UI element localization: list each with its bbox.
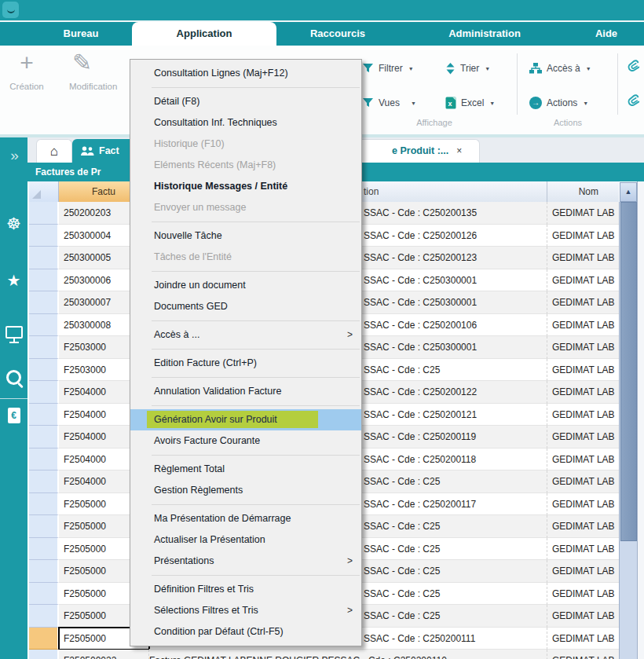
nom-cell[interactable]: GEDIMAT LAB: [547, 404, 619, 427]
row-selector-cell[interactable]: [29, 247, 59, 269]
menu-item[interactable]: Sélections Filtres et Tris>: [130, 600, 361, 621]
search-icon[interactable]: [0, 370, 27, 385]
vues-button[interactable]: Vues▼: [363, 94, 416, 112]
menu-item[interactable]: Règlement Total: [130, 459, 361, 480]
ribbon-tab-administration[interactable]: Administration: [448, 22, 521, 46]
modification-button[interactable]: ✎ Modification: [63, 50, 130, 91]
menu-item: Tâches de l'Entité: [130, 247, 361, 268]
row-selector-cell[interactable]: [29, 515, 59, 538]
creation-button[interactable]: + Création: [5, 50, 49, 91]
scroll-up-button[interactable]: ▲: [620, 182, 637, 202]
menu-item[interactable]: Annulation Validation Facture: [130, 381, 361, 402]
menu-item[interactable]: Condition par Défaut (Ctrl-F5): [130, 621, 361, 643]
menu-item[interactable]: Présentations>: [130, 551, 361, 572]
row-selector-cell[interactable]: [29, 493, 59, 516]
nom-cell[interactable]: GEDIMAT LAB: [547, 605, 619, 628]
nom-cell[interactable]: GEDIMAT LAB: [547, 650, 619, 659]
menu-item[interactable]: Ma Présentation de Démarrage: [130, 508, 361, 529]
nom-cell[interactable]: GEDIMAT LAB: [547, 359, 619, 382]
acces-a-button[interactable]: Accès à▼: [529, 60, 591, 77]
nom-cell[interactable]: GEDIMAT LAB: [547, 269, 619, 292]
nom-cell[interactable]: GEDIMAT LAB: [547, 314, 619, 337]
menu-item[interactable]: Actualiser la Présentation: [130, 529, 361, 551]
nom-cell[interactable]: GEDIMAT LAB: [547, 336, 619, 359]
vertical-scrollbar[interactable]: [619, 202, 637, 659]
expand-sidebar-icon[interactable]: »: [0, 147, 27, 164]
select-all-header[interactable]: [29, 181, 59, 202]
row-selector-cell[interactable]: [29, 560, 59, 583]
paperclip-icon[interactable]: [625, 91, 642, 111]
divider: [0, 398, 27, 399]
row-selector-cell[interactable]: [29, 404, 59, 427]
nom-cell[interactable]: GEDIMAT LAB: [547, 247, 619, 269]
menu-item[interactable]: Consultation Inf. Techniques: [130, 112, 361, 134]
menu-item[interactable]: Joindre un document: [130, 275, 361, 296]
menu-item[interactable]: Gestion Règlements: [130, 480, 361, 501]
actions-button[interactable]: → Actions▼: [529, 94, 588, 112]
menu-item[interactable]: Détail (F8): [130, 91, 361, 112]
nom-cell[interactable]: GEDIMAT LAB: [547, 538, 619, 561]
nom-cell[interactable]: GEDIMAT LAB: [547, 202, 619, 225]
settings-wheel-icon[interactable]: ☸: [0, 214, 27, 233]
row-selector-cell[interactable]: [29, 291, 59, 314]
filtrer-button[interactable]: Filtrer▼: [363, 60, 414, 77]
menu-item[interactable]: Consultation Lignes (Maj+F12): [130, 63, 361, 84]
menu-item[interactable]: Accès à ...>: [130, 324, 361, 346]
menu-item[interactable]: Edition Facture (Ctrl+P): [130, 353, 361, 374]
ribbon-tab-raccourcis[interactable]: Raccourcis: [310, 22, 365, 46]
nom-cell[interactable]: GEDIMAT LAB: [547, 583, 619, 606]
plus-icon: +: [5, 50, 49, 77]
paperclip-icon[interactable]: [625, 57, 642, 76]
home-tab[interactable]: ⌂: [36, 139, 72, 163]
designation-cell[interactable]: Facture GEDIMAT LABENNE ROUGIER PESSAC -…: [149, 650, 547, 659]
row-selector-cell[interactable]: [29, 650, 59, 659]
ribbon-tab-bureau[interactable]: Bureau: [64, 22, 99, 46]
row-selector-cell[interactable]: [29, 605, 59, 628]
facture-cell[interactable]: F250500022: [59, 650, 149, 659]
row-selector-cell[interactable]: [29, 225, 59, 247]
star-icon[interactable]: ★: [0, 271, 27, 290]
ribbon-tab-application[interactable]: Application: [132, 22, 276, 46]
menu-item[interactable]: Nouvelle Tâche: [130, 225, 361, 247]
nom-cell[interactable]: GEDIMAT LAB: [547, 560, 619, 583]
row-selector-cell[interactable]: [29, 448, 59, 471]
excel-button[interactable]: x Excel▼: [445, 94, 495, 112]
menu-item[interactable]: Historique Messages / Entité: [130, 176, 361, 197]
menu-item[interactable]: Génération Avoir sur Produit: [130, 409, 361, 430]
row-selector-cell[interactable]: [29, 314, 59, 337]
nom-cell[interactable]: GEDIMAT LAB: [547, 628, 619, 650]
row-selector-cell[interactable]: [29, 359, 59, 382]
row-selector-cell[interactable]: [29, 202, 59, 225]
chevron-down-icon: ▼: [411, 101, 416, 106]
table-row[interactable]: F250500022Facture GEDIMAT LABENNE ROUGIE…: [29, 650, 619, 659]
row-selector-cell[interactable]: [29, 628, 59, 650]
nom-cell[interactable]: GEDIMAT LAB: [547, 448, 619, 471]
row-selector-cell[interactable]: [29, 470, 59, 493]
nom-cell[interactable]: GEDIMAT LAB: [547, 515, 619, 538]
row-selector-cell[interactable]: [29, 583, 59, 606]
nom-cell[interactable]: GEDIMAT LAB: [547, 493, 619, 516]
row-selector-cell[interactable]: [29, 336, 59, 359]
svg-text:x: x: [448, 100, 452, 108]
nom-cell[interactable]: GEDIMAT LAB: [547, 291, 619, 314]
row-selector-cell[interactable]: [29, 538, 59, 561]
close-tab-icon[interactable]: ×: [456, 145, 462, 156]
nom-cell[interactable]: GEDIMAT LAB: [547, 470, 619, 493]
trier-button[interactable]: Trier▼: [445, 60, 490, 77]
row-selector-cell[interactable]: [29, 269, 59, 292]
nom-cell[interactable]: GEDIMAT LAB: [547, 225, 619, 247]
scrollbar-thumb[interactable]: [620, 202, 637, 541]
window-menu-icon[interactable]: [2, 2, 19, 18]
menu-item[interactable]: Avoirs Facture Courante: [130, 430, 361, 452]
invoice-euro-icon[interactable]: €: [0, 408, 27, 423]
column-header-nom[interactable]: Nom: [547, 181, 619, 202]
nom-cell[interactable]: GEDIMAT LAB: [547, 381, 619, 404]
row-selector-cell[interactable]: [29, 426, 59, 448]
monitor-icon[interactable]: [0, 326, 27, 343]
row-selector-cell[interactable]: [29, 381, 59, 404]
org-chart-icon: [529, 63, 542, 74]
ribbon-tab-aide[interactable]: Aide: [595, 22, 617, 46]
menu-item[interactable]: Définition Filtres et Tris: [130, 579, 361, 600]
nom-cell[interactable]: GEDIMAT LAB: [547, 426, 619, 448]
menu-item[interactable]: Documents GED: [130, 296, 361, 317]
